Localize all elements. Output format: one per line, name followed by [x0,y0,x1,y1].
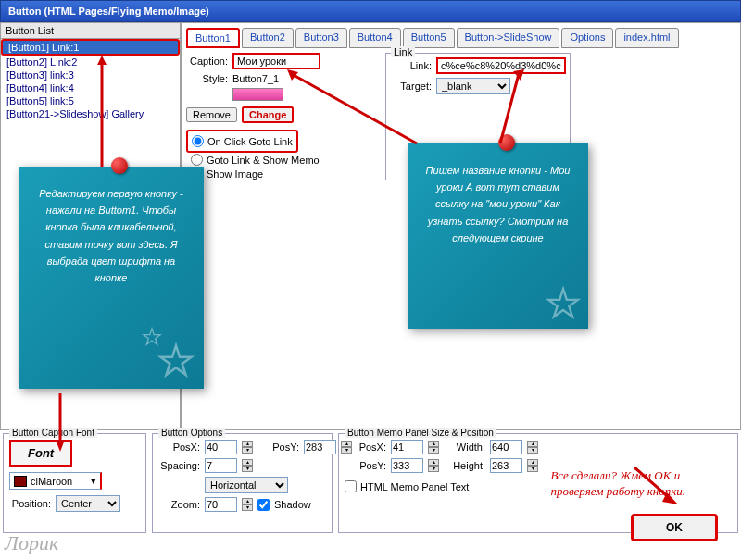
font-button[interactable]: Font [9,440,72,467]
memo-posx-input[interactable] [391,440,423,454]
annotation-note-1: Редактируем первую кнопку - нажали на Bu… [19,167,204,389]
caption-input[interactable] [232,53,320,69]
memo-posy-input[interactable] [391,458,423,473]
memo-height-input[interactable] [490,458,522,473]
style-value: Button7_1 [232,73,279,84]
tab-button3[interactable]: Button3 [295,28,347,48]
spinner[interactable]: ▴▾ [242,459,253,472]
tab-slideshow[interactable]: Button->SlideShow [457,28,560,48]
ok-button[interactable]: OK [631,514,718,541]
watermark: Лорик [5,531,58,555]
radio-goto-link[interactable] [192,135,204,147]
caption-label: Caption: [186,56,228,67]
tab-button4[interactable]: Button4 [349,28,401,48]
spacing-input[interactable] [205,458,237,473]
orientation-select[interactable]: Horizontal [205,477,288,493]
window-title: Button (HTML Pages/Flying Memo/Image) [8,6,209,17]
options-box: Button Options PosX: ▴▾ PosY: ▴▾ Spacing… [152,433,333,533]
spinner[interactable]: ▴▾ [428,441,439,454]
tab-options[interactable]: Options [561,28,613,48]
link-input[interactable] [436,57,566,74]
change-button[interactable]: Change [242,106,294,123]
link-label: Link: [390,60,432,71]
pushpin-icon [498,134,515,151]
spinner[interactable]: ▴▾ [527,441,538,454]
position-select[interactable]: Center [56,495,120,512]
posy-input[interactable] [304,440,336,454]
color-picker[interactable]: clMaroon ▾ [9,472,102,490]
tab-button2[interactable]: Button2 [242,28,294,48]
tab-button1[interactable]: Button1 [186,28,240,48]
zoom-input[interactable] [205,497,237,512]
list-item[interactable]: [Button2] Link:2 [1,56,180,68]
spinner[interactable]: ▴▾ [242,498,253,511]
window-title-bar: Button (HTML Pages/Flying Memo/Image) [0,0,741,22]
target-label: Target: [390,81,432,92]
ok-annotation: Все сделали? Жмем ОК и проверяем работу … [550,468,685,500]
button-list-title: Button List [1,23,180,39]
tab-button5[interactable]: Button5 [403,28,455,48]
shadow-checkbox[interactable] [257,499,270,511]
color-swatch-icon [14,476,27,487]
list-item[interactable]: [Button1] Link:1 [1,39,180,56]
annotation-note-2: Пишем название кнопки - Мои уроки А вот … [408,143,588,329]
pushpin-icon [111,157,128,174]
list-item[interactable]: [Button5] link:5 [1,94,180,107]
tab-index[interactable]: index.html [615,28,678,48]
click-action-group: On Click Goto Link [186,130,298,153]
spinner[interactable]: ▴▾ [242,441,253,454]
list-item[interactable]: [Button21->Slideshow] Gallery [1,107,180,120]
font-box: Button Caption Font Font clMaroon ▾ Posi… [3,433,146,533]
target-select[interactable]: _blank [436,78,510,94]
list-item[interactable]: [Button3] link:3 [1,68,180,81]
radio-goto-memo[interactable] [191,154,203,166]
posx-input[interactable] [205,440,237,454]
style-label: Style: [186,73,228,84]
html-memo-checkbox[interactable] [345,480,357,492]
memo-width-input[interactable] [490,440,522,454]
list-item[interactable]: [Button4] link:4 [1,81,180,94]
remove-button[interactable]: Remove [186,107,237,122]
spinner[interactable]: ▴▾ [527,459,538,472]
style-preview [232,88,283,101]
spinner[interactable]: ▴▾ [428,459,439,472]
tab-strip: Button1 Button2 Button3 Button4 Button5 … [186,28,735,48]
